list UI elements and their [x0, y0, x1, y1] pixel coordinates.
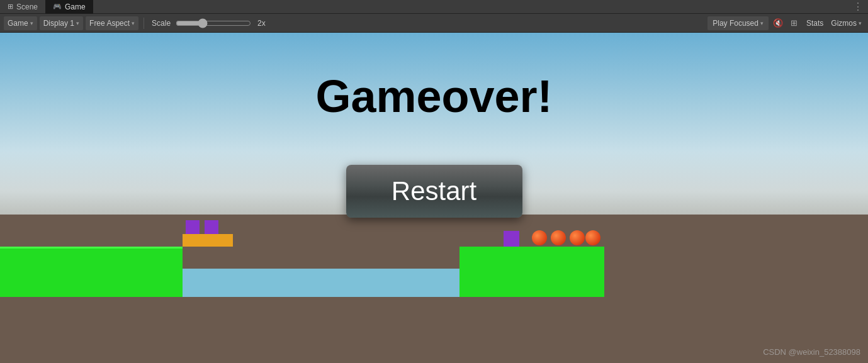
ball-1 [532, 230, 547, 245]
tab-game-label: Game [65, 3, 86, 11]
platform-left [0, 247, 183, 297]
scale-value: 2x [257, 19, 266, 28]
aspect-label: Free Aspect [89, 19, 130, 28]
toolbar-right-group: Play Focused ▾ 🔇 ⊞ Stats Gizmos ▾ [707, 16, 864, 30]
tab-bar: ⊞ Scene 🎮 Game ⋮ [0, 0, 868, 14]
platform-right [459, 247, 604, 297]
gizmos-label: Gizmos [831, 19, 857, 28]
tab-game[interactable]: 🎮 Game [45, 0, 93, 14]
separator-1 [144, 18, 144, 29]
play-focused-dropdown[interactable]: Play Focused ▾ [707, 16, 769, 30]
tab-more-button[interactable]: ⋮ [848, 1, 868, 13]
stats-button[interactable]: Stats [804, 18, 826, 29]
purple-block-right [504, 231, 519, 247]
grid-button[interactable]: ⊞ [787, 16, 801, 30]
water-area [183, 269, 469, 297]
ball-4 [585, 230, 600, 245]
game-dropdown[interactable]: Game ▾ [4, 16, 37, 30]
play-focused-label: Play Focused [713, 19, 758, 28]
ball-2 [551, 230, 566, 245]
toolbar: Game ▾ Display 1 ▾ Free Aspect ▾ Scale 2… [0, 14, 868, 33]
scale-slider[interactable] [176, 18, 251, 28]
gizmos-dropdown[interactable]: Gizmos ▾ [828, 18, 864, 29]
scene-icon: ⊞ [8, 3, 13, 11]
gameover-text: Gameover! [315, 70, 552, 122]
display-dropdown[interactable]: Display 1 ▾ [40, 16, 83, 30]
ball-3 [570, 230, 585, 245]
tab-scene[interactable]: ⊞ Scene [0, 0, 45, 14]
display-label: Display 1 [43, 19, 74, 28]
aspect-chevron-icon: ▾ [132, 20, 135, 26]
game-icon: 🎮 [53, 3, 62, 11]
scale-label: Scale [152, 19, 171, 28]
grid-icon: ⊞ [791, 18, 798, 28]
game-chevron-icon: ▾ [30, 20, 33, 26]
purple-block-left-2 [205, 220, 218, 234]
play-focused-chevron-icon: ▾ [760, 20, 764, 26]
game-viewport: Gameover! Restart CSDN @weixin_52388098 [0, 33, 868, 363]
orange-block [183, 234, 233, 247]
restart-button[interactable]: Restart [346, 165, 522, 218]
mute-icon: 🔇 [773, 18, 783, 28]
mute-button[interactable]: 🔇 [771, 16, 785, 30]
aspect-dropdown[interactable]: Free Aspect ▾ [86, 16, 138, 30]
gizmos-chevron-icon: ▾ [859, 20, 862, 26]
scale-control: 2x [176, 18, 266, 28]
watermark: CSDN @weixin_52388098 [763, 347, 860, 357]
game-label: Game [8, 19, 28, 28]
tab-scene-label: Scene [16, 3, 38, 11]
display-chevron-icon: ▾ [76, 20, 79, 26]
purple-block-left-1 [186, 220, 200, 234]
